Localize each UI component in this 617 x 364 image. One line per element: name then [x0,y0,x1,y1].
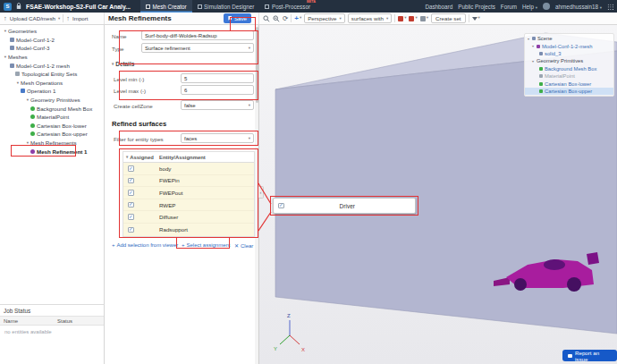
sidebar-item-cartesian-box-lower[interactable]: Cartesian Box-lower [0,122,104,131]
zoom-box-icon[interactable] [263,15,270,22]
brand-logo-icon[interactable]: S [4,3,12,11]
caret-down-icon: ▾ [536,5,537,10]
sidebar-item-mesh-refinements[interactable]: ▾Mesh Refinements [0,139,104,148]
scene-item-cartesian-box-upper[interactable]: Cartesian Box-upper [525,88,613,95]
checkbox[interactable]: ✓ [128,214,134,220]
entity-name: FWEPin [159,177,180,183]
table-row[interactable]: ✓RWEP [123,199,254,212]
sidebar-item-meshes[interactable]: ▾Meshes [0,53,104,62]
level-min-input[interactable] [181,73,254,83]
level-max-input[interactable] [181,85,254,95]
scene-item-background-mesh-box[interactable]: Background Mesh Box [525,65,613,72]
mesh-color-button[interactable]: ▾ [409,16,417,21]
nav-public-projects[interactable]: Public Projects [458,4,495,10]
clear-button[interactable]: ✕Clear [234,242,253,249]
sidebar-item-cartesian-box-upper[interactable]: Cartesian Box-upper [0,130,104,139]
sidebar-item-model-conf-1-2[interactable]: Model-Conf-1-2 [0,36,104,45]
scene-tree-sidebar: ▾Geometries Model-Conf-1-2 Model-Conf-3 … [0,25,105,304]
caret-down-icon[interactable]: ▾ [126,155,128,159]
table-row[interactable]: ✓FWEPout [123,187,254,199]
checkbox[interactable]: ✓ [128,190,134,196]
col-assigned: Assigned [130,155,154,160]
entity-name: body [159,165,171,172]
scene-item-cartesian-box-lower[interactable]: Cartesian Box-lower [525,80,613,87]
sidebar-item-topological-entity-sets[interactable]: Topological Entity Sets [0,70,104,79]
sidebar-item-mesh-refinement-1[interactable]: Mesh Refinement 1 [0,147,104,156]
import-button[interactable]: Import [72,15,89,21]
nav-dashboard[interactable]: Dashboard [425,4,452,10]
report-issue-button[interactable]: Report an issue [562,350,617,361]
level-min-label: Level min (-) [114,76,144,82]
sidebar-item-mesh-operations[interactable]: ▾Mesh Operations [0,79,104,88]
table-row[interactable]: ✓Diffuser [123,211,254,224]
project-title[interactable]: FSAE-Workshop-S2-Full Car Analy... [26,4,131,10]
apps-grid-icon[interactable] [607,4,613,10]
scene-item-scene[interactable]: ▾Scene [525,35,613,42]
tab-post-processor[interactable]: BETA Post-Processor [259,0,316,13]
table-row[interactable]: ✓FWEPin [123,175,254,188]
job-status-col-name: Name [0,318,57,324]
nav-forum[interactable]: Forum [501,4,517,10]
refresh-icon[interactable]: ⟳ [283,15,288,22]
checkbox[interactable]: ✓ [128,202,134,208]
cellzone-select[interactable]: false▾ [181,100,254,110]
perspective-select[interactable]: Perspective▾ [304,13,345,23]
tab-mesh-creator[interactable]: Mesh Creator [140,0,192,13]
operation-icon [21,89,25,93]
scene-item-materialpoint[interactable]: MaterialPoint [525,72,613,80]
create-set-button[interactable]: Create set [431,13,466,23]
surface-color-button[interactable]: ▾ [398,16,406,21]
table-row[interactable]: ✓Radsupport [123,224,254,236]
entity-name: Diffuser [159,214,178,220]
type-select[interactable]: Surface refinement▾ [141,43,254,53]
save-button[interactable]: Save [224,13,251,23]
primitive-icon [539,67,543,71]
select-assignment-button[interactable]: +Select assignment [182,242,231,248]
nav-help[interactable]: Help ▾ [522,4,537,10]
assignment-table-header: ▾Assigned Entity/Assignment [123,152,254,163]
scene-item-mesh[interactable]: ▾Model-Conf-1-2-mesh [525,42,613,49]
tree-label: Operation 1 [27,88,55,94]
refined-surfaces-title: Refined surfaces [112,120,166,128]
zoom-extents-icon[interactable] [273,15,280,22]
mesh-quality-button[interactable]: ▾ [420,16,428,21]
sidebar-item-materialpoint[interactable]: MaterialPoint [0,113,104,122]
checkbox[interactable]: ✓ [128,178,134,184]
scene-icon [532,37,536,40]
sidebar-item-model-conf-3[interactable]: Model-Conf-3 [0,44,104,53]
primitive-icon [30,123,35,128]
add-geometry-primitive-button[interactable]: +▾ [294,15,301,22]
panel-collapse-handle[interactable]: ‹ [258,186,264,199]
user-avatar[interactable] [543,3,550,10]
primitive-icon [539,82,543,86]
filter-button[interactable]: ▾ [472,16,480,21]
divider [469,14,469,22]
scene-item-solid[interactable]: solid_3 [525,50,613,57]
sidebar-item-model-conf-1-2-mesh[interactable]: Model-Conf-1-2 mesh [0,61,104,70]
details-section-toggle[interactable]: ▾Details [112,61,134,67]
checkbox[interactable]: ✓ [128,165,134,172]
tree-label: Geometries [8,28,37,34]
sidebar-item-background-mesh-box[interactable]: Background Mesh Box [0,104,104,113]
sidebar-item-operation-1[interactable]: Operation 1 [0,87,104,96]
user-menu[interactable]: ahmedhussain18 ▾ [555,4,602,10]
toolbar: ↑ Upload CAD/mesh ▾ ↑ Import Mesh Refine… [0,13,617,25]
checkbox[interactable]: ✓ [128,227,134,233]
panel-scrollbar-thumb[interactable] [256,27,258,103]
filter-entity-types-select[interactable]: faces▾ [181,133,254,143]
sidebar-item-geometry-primitives[interactable]: ▾Geometry Primitives [0,96,104,105]
viewer-toolbar: ⟳ +▾ Perspective▾ surfaces with▾ ▾ ▾ ▾ C… [259,13,617,24]
sidebar-item-geometries[interactable]: ▾Geometries [0,27,104,36]
caret-down-icon: ▾ [340,16,342,21]
surfaces-with-select[interactable]: surfaces with▾ [348,13,392,23]
name-input[interactable] [141,30,254,40]
scene-item-geometry-primitives[interactable]: ▾Geometry Primitives [525,57,613,64]
upload-cad-button[interactable]: Upload CAD/mesh [10,15,55,21]
add-selection-from-viewer-button[interactable]: +Add selection from viewer [112,242,178,248]
geometry-icon [10,38,14,42]
level-max-label: Level max (-) [114,88,146,94]
table-row[interactable]: ✓body [123,163,254,175]
tab-label: Mesh Creator [152,4,186,10]
tab-simulation-designer[interactable]: Simulation Designer [192,0,260,13]
driver-assignment-tooltip[interactable]: ✓ Driver [273,198,416,214]
